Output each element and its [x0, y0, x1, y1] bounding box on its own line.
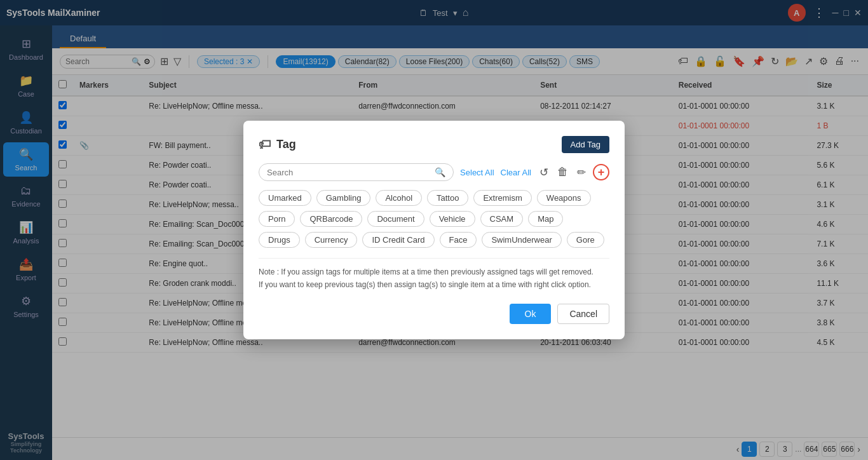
tag-search-input[interactable] — [267, 168, 431, 177]
tag-dialog: 🏷 Tag Add Tag 🔍 Select All Clear All ↺ 🗑… — [243, 121, 625, 339]
tag-extremism[interactable]: Extremism — [473, 190, 531, 206]
tag-swimunderwear[interactable]: SwimUnderwear — [482, 232, 561, 248]
dialog-actions: ↺ 🗑 ✏ + — [538, 164, 609, 181]
note-line1: Note : If you assign tags for multiple i… — [259, 266, 609, 278]
dialog-title: 🏷 Tag — [259, 137, 296, 152]
tag-umarked[interactable]: Umarked — [259, 190, 311, 206]
tag-document[interactable]: Document — [367, 211, 424, 227]
tag-search-box[interactable]: 🔍 — [259, 163, 454, 181]
tag-vehicle[interactable]: Vehicle — [430, 211, 475, 227]
tag-weapons[interactable]: Weapons — [537, 190, 591, 206]
tag-map[interactable]: Map — [528, 211, 563, 227]
add-tag-circle-button[interactable]: + — [593, 164, 609, 180]
dialog-search-row: 🔍 Select All Clear All ↺ 🗑 ✏ + — [259, 163, 609, 181]
tag-qrbarcode[interactable]: QRBarcode — [300, 211, 362, 227]
dialog-footer: Ok Cancel — [259, 304, 609, 324]
ok-button[interactable]: Ok — [510, 304, 552, 324]
tag-id-credit-card[interactable]: ID Credit Card — [362, 232, 434, 248]
tag-alcohol[interactable]: Alcohol — [376, 190, 422, 206]
tag-currency[interactable]: Currency — [305, 232, 358, 248]
note-line2: If you want to keep previous tag(s) then… — [259, 279, 609, 291]
cancel-button[interactable]: Cancel — [557, 304, 609, 324]
tag-dialog-icon: 🏷 — [259, 137, 271, 152]
delete-icon[interactable]: 🗑 — [555, 164, 570, 180]
reset-icon[interactable]: ↺ — [538, 164, 550, 181]
tag-gambling[interactable]: Gambling — [316, 190, 371, 206]
dialog-note: Note : If you assign tags for multiple i… — [259, 258, 609, 290]
tag-face[interactable]: Face — [440, 232, 477, 248]
add-tag-button[interactable]: Add Tag — [562, 136, 609, 153]
tag-drugs[interactable]: Drugs — [259, 232, 300, 248]
tag-search-icon[interactable]: 🔍 — [435, 167, 445, 177]
edit-icon[interactable]: ✏ — [575, 164, 588, 181]
tag-porn[interactable]: Porn — [259, 211, 295, 227]
tag-gore[interactable]: Gore — [567, 232, 604, 248]
tag-csam[interactable]: CSAM — [480, 211, 524, 227]
select-all-button[interactable]: Select All — [460, 168, 494, 177]
dialog-title-text: Tag — [276, 138, 296, 151]
dialog-overlay[interactable]: 🏷 Tag Add Tag 🔍 Select All Clear All ↺ 🗑… — [0, 0, 868, 460]
dialog-header: 🏷 Tag Add Tag — [259, 136, 609, 153]
tag-tattoo[interactable]: Tattoo — [427, 190, 468, 206]
clear-all-button[interactable]: Clear All — [501, 168, 531, 177]
tags-grid: Umarked Gambling Alcohol Tattoo Extremis… — [259, 190, 609, 248]
